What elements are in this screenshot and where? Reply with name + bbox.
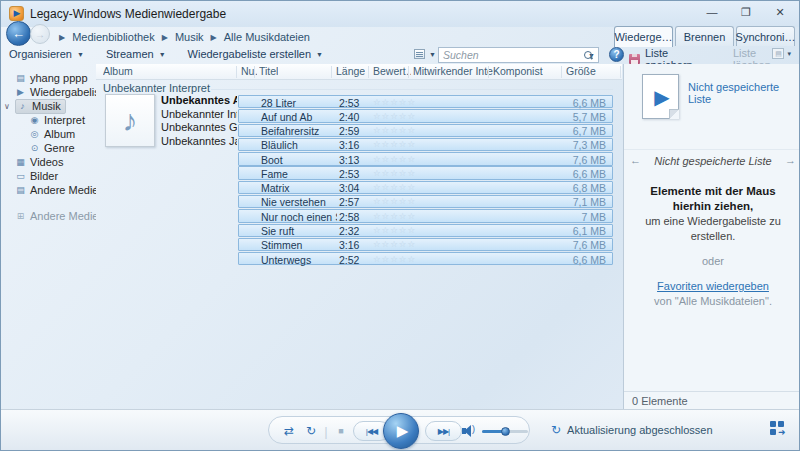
now-playing-switch-button[interactable]: ➜: [770, 421, 787, 436]
expand-chevron-icon[interactable]: ∨: [4, 102, 10, 111]
track-row[interactable]: Matrix3:04☆☆☆☆☆6,8 MB: [238, 181, 613, 194]
favorites-source-label: von "Alle Musikdateien".: [632, 294, 794, 309]
play-favorites-link[interactable]: Favoriten wiedergeben: [657, 280, 769, 292]
playlists-icon: ▶: [15, 87, 26, 97]
organize-menu[interactable]: Organisieren▼: [9, 48, 84, 60]
window-title: Legacy-Windows Medienwiedergabe: [30, 7, 226, 21]
update-status-icon: ↻: [551, 423, 561, 437]
column-composer[interactable]: Komponist: [493, 65, 543, 77]
rating-stars[interactable]: ☆☆☆☆☆: [373, 139, 416, 149]
search-icon[interactable]: [584, 51, 585, 60]
navigation-bar: ← → ▶ Medienbibliothek ▶ Musik ▶ Alle Mu…: [1, 27, 799, 46]
back-button[interactable]: ←: [6, 21, 31, 46]
breadcrumb-music[interactable]: Musik: [175, 31, 204, 43]
minimize-button[interactable]: —: [695, 1, 729, 23]
pictures-icon: ▭: [15, 171, 26, 181]
rating-stars[interactable]: ☆☆☆☆☆: [373, 254, 416, 264]
album-artist[interactable]: Unbekannter Inte…: [161, 108, 237, 122]
pane-tabs: Wiederge… Brennen Synchroni…: [614, 26, 795, 47]
stop-button[interactable]: ■: [331, 417, 351, 445]
rating-stars[interactable]: ☆☆☆☆☆: [373, 111, 416, 121]
sidebar-item-videos[interactable]: ▦ Videos: [15, 155, 96, 169]
column-album[interactable]: Album: [103, 65, 133, 77]
column-size[interactable]: Größe: [566, 65, 596, 77]
sidebar-item-pictures[interactable]: ▭ Bilder: [15, 169, 96, 183]
rating-stars[interactable]: ☆☆☆☆☆: [373, 125, 416, 135]
create-playlist-menu[interactable]: Wiedergabeliste erstellen▼: [188, 48, 323, 60]
save-disk-icon: [629, 54, 640, 64]
videos-icon: ▦: [15, 157, 26, 167]
album-title[interactable]: Unbekanntes Alb…: [161, 94, 237, 108]
sidebar-item-other-libraries[interactable]: ⊞ Andere Medienbibliotheken: [15, 209, 96, 223]
rating-stars[interactable]: ☆☆☆☆☆: [373, 154, 416, 164]
track-row[interactable]: Bläulich3:16☆☆☆☆☆7,3 MB: [238, 138, 613, 151]
volume-slider[interactable]: [482, 430, 528, 433]
album-year[interactable]: Unbekanntes Jahr: [161, 135, 237, 149]
list-options-button[interactable]: ▤ ▾: [772, 48, 791, 59]
tab-play[interactable]: Wiederge…: [614, 26, 673, 47]
volume-handle[interactable]: [501, 427, 510, 436]
maximize-button[interactable]: ❐: [729, 1, 763, 23]
next-list-arrow-icon[interactable]: →: [785, 154, 796, 166]
rating-stars[interactable]: ☆☆☆☆☆: [373, 239, 416, 249]
search-input[interactable]: [439, 49, 584, 61]
track-row[interactable]: Stimmen3:16☆☆☆☆☆7,6 MB: [238, 238, 613, 251]
repeat-button[interactable]: ↻: [301, 417, 321, 445]
chevron-down-icon: ▼: [77, 51, 84, 58]
rating-stars[interactable]: ☆☆☆☆☆: [373, 225, 416, 235]
track-row[interactable]: Unterwegs2:52☆☆☆☆☆6,6 MB: [238, 252, 613, 265]
rating-stars[interactable]: ☆☆☆☆☆: [373, 196, 416, 206]
breadcrumb: ▶ Medienbibliothek ▶ Musik ▶ Alle Musikd…: [59, 31, 310, 43]
genre-icon: ⊙: [29, 143, 40, 153]
other-libraries-icon: ⊞: [15, 211, 26, 221]
track-row[interactable]: Nur noch einen Sch…2:58☆☆☆☆☆7 MB: [238, 209, 613, 222]
column-headers: Album Nu… Titel Länge Bewert… Mitwirkend…: [96, 64, 622, 80]
status-message: ↻ Aktualisierung abgeschlossen: [551, 423, 713, 437]
column-rating[interactable]: Bewert…: [373, 65, 411, 77]
rating-stars[interactable]: ☆☆☆☆☆: [373, 182, 416, 192]
tab-sync[interactable]: Synchroni…: [736, 26, 795, 46]
item-count-bar: 0 Elemente: [624, 391, 800, 409]
breadcrumb-library[interactable]: Medienbibliothek: [72, 31, 155, 43]
tab-burn[interactable]: Brennen: [675, 26, 734, 46]
rating-stars[interactable]: ☆☆☆☆☆: [373, 211, 416, 221]
column-title[interactable]: Titel: [259, 65, 278, 77]
drag-drop-hint: Elemente mit der Maus hierhin ziehen, um…: [632, 184, 794, 309]
album-genre[interactable]: Unbekanntes Gen…: [161, 121, 237, 135]
controls-divider: |: [323, 417, 329, 445]
forward-button[interactable]: →: [30, 24, 50, 44]
view-options-button[interactable]: ▼: [414, 49, 436, 59]
sidebar-item-artist[interactable]: ◉ Interpret: [29, 113, 96, 127]
rating-stars[interactable]: ☆☆☆☆☆: [373, 168, 416, 178]
track-row[interactable]: Beifahrersitz2:59☆☆☆☆☆6,7 MB: [238, 124, 613, 137]
track-row[interactable]: Nie verstehen2:57☆☆☆☆☆7,1 MB: [238, 195, 613, 208]
track-row[interactable]: Auf und Ab2:40☆☆☆☆☆5,7 MB: [238, 109, 613, 122]
rating-stars[interactable]: ☆☆☆☆☆: [373, 97, 416, 107]
column-length[interactable]: Länge: [336, 65, 365, 77]
sidebar-item-music[interactable]: ∨ ♪ Musik: [15, 99, 96, 113]
drag-hint-text: um eine Wiedergabeliste zu erstellen.: [632, 214, 794, 244]
sidebar-item-genre[interactable]: ⊙ Genre: [29, 141, 96, 155]
breadcrumb-all-music[interactable]: Alle Musikdateien: [224, 31, 310, 43]
shuffle-button[interactable]: ⇄: [279, 417, 299, 445]
sidebar-item-playlists[interactable]: ▶ Wiedergabelisten: [15, 85, 96, 99]
navigation-tree: ▤ yhang pppp ▶ Wiedergabelisten ∨ ♪ Musi…: [1, 64, 96, 409]
album-metadata: Unbekanntes Alb… Unbekannter Inte… Unbek…: [161, 94, 237, 148]
unsaved-list-link[interactable]: Nicht gespeicherte Liste: [688, 81, 798, 105]
column-contributing-artist[interactable]: Mitwirkender Inter…: [413, 65, 493, 77]
next-button[interactable]: ▶▶|: [425, 421, 462, 441]
chevron-down-icon: ▼: [316, 51, 323, 58]
track-row[interactable]: 28 Liter2:53☆☆☆☆☆6,6 MB: [238, 95, 613, 108]
sidebar-item-other-media[interactable]: ▤ Andere Medien: [15, 183, 96, 197]
sidebar-item-album[interactable]: ◎ Album: [29, 127, 96, 141]
sidebar-item-library[interactable]: ▤ yhang pppp: [15, 71, 96, 85]
play-button[interactable]: ▶: [383, 413, 419, 449]
stream-menu[interactable]: Streamen▼: [106, 48, 166, 60]
track-row[interactable]: Boot3:13☆☆☆☆☆7,6 MB: [238, 152, 613, 165]
list-view-icon: [414, 49, 425, 59]
track-row[interactable]: Sie ruft2:32☆☆☆☆☆6,1 MB: [238, 224, 613, 237]
close-button[interactable]: ✕: [763, 1, 797, 23]
album-art[interactable]: ♪: [105, 94, 155, 147]
track-row[interactable]: Fame2:53☆☆☆☆☆6,6 MB: [238, 166, 613, 179]
help-button[interactable]: ?: [609, 47, 624, 62]
